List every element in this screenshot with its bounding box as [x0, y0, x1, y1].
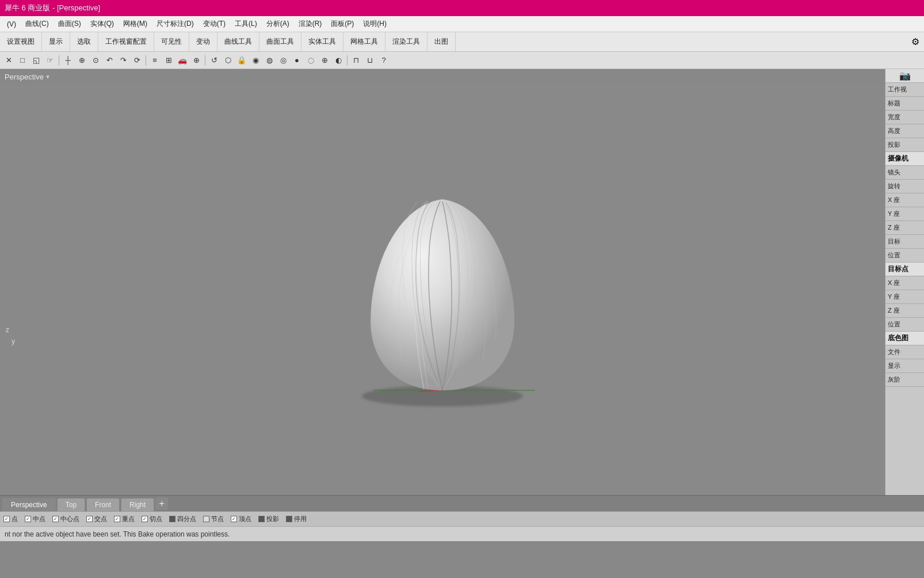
snap-center-checkbox[interactable]: [52, 516, 59, 522]
ribbon-tab-setview[interactable]: 设置视图: [0, 32, 42, 51]
right-panel-label-tx: X 座: [885, 276, 924, 290]
snap-vertex-item[interactable]: 顶点: [231, 515, 251, 523]
dot-icon[interactable]: ●: [291, 54, 303, 67]
snap-intersect-checkbox[interactable]: [86, 516, 93, 522]
ribbon-tab-transform[interactable]: 变动: [189, 32, 217, 51]
ribbon-tab-output[interactable]: 出图: [427, 32, 456, 51]
snap-midpoint-item[interactable]: 中点: [25, 515, 45, 523]
ribbon-tab-select[interactable]: 选取: [70, 32, 98, 51]
refresh-icon[interactable]: ⟳: [131, 54, 143, 67]
snap-center-item[interactable]: 中心点: [52, 515, 79, 523]
right-panel-section-bgimage: 底色图: [885, 332, 924, 345]
zoom-in-icon[interactable]: ⊕: [75, 54, 88, 67]
plus2-icon[interactable]: ⊕: [318, 54, 331, 67]
snap-intersect-item[interactable]: 交点: [86, 515, 107, 523]
half-icon[interactable]: ◐: [332, 54, 345, 67]
snap-quadrant-checkbox[interactable]: [114, 516, 120, 522]
snap-project-checkbox[interactable]: [258, 516, 265, 522]
menu-panel[interactable]: 面板(P): [326, 18, 358, 30]
tab-top[interactable]: Top: [57, 498, 85, 511]
snap-point-item[interactable]: 点: [3, 515, 18, 523]
snap-disable-checkbox[interactable]: [286, 516, 292, 522]
snap-knot-checkbox[interactable]: [203, 516, 209, 522]
menu-curve[interactable]: 曲线(C): [21, 18, 54, 30]
open-icon[interactable]: ◱: [30, 54, 43, 67]
new-icon[interactable]: □: [16, 54, 29, 67]
ribbon-tab-solidtools[interactable]: 实体工具: [301, 32, 343, 51]
circle2-icon[interactable]: ◍: [263, 54, 276, 67]
add-icon[interactable]: ┼: [62, 54, 74, 67]
vase-object: [327, 166, 558, 413]
viewport-3d[interactable]: z y: [0, 84, 885, 495]
right-panel-label-show: 显示: [885, 359, 924, 373]
snap-point-checkbox[interactable]: [3, 516, 10, 522]
plus-circle-icon[interactable]: ⊕: [190, 54, 203, 67]
menu-help[interactable]: 说明(H): [358, 18, 391, 30]
right-panel-label-y1: Y 座: [885, 207, 924, 221]
snap-vertex-checkbox[interactable]: [231, 516, 237, 522]
statusbar: nt nor the active object have been set. …: [0, 526, 924, 541]
ribbon-tab-visibility[interactable]: 可见性: [154, 32, 189, 51]
ribbon: 设置视图 显示 选取 工作视窗配置 可见性 变动 曲线工具 曲面工具 实体工具 …: [0, 32, 924, 52]
menu-mesh[interactable]: 网格(M): [119, 18, 152, 30]
pointer-icon[interactable]: ☞: [44, 54, 56, 67]
hex-icon[interactable]: ⬡: [222, 54, 234, 67]
menu-analyze[interactable]: 分析(A): [262, 18, 294, 30]
camera-icon[interactable]: 📷: [885, 69, 924, 83]
menu-dim[interactable]: 尺寸标注(D): [152, 18, 198, 30]
viewport-name[interactable]: Perspective: [5, 73, 44, 81]
y-axis-label: y: [12, 337, 15, 345]
snap-disable-item[interactable]: 停用: [286, 515, 307, 523]
menu-surface[interactable]: 曲面(S): [54, 18, 86, 30]
separator1: [59, 55, 59, 66]
sqbracket2-icon[interactable]: ⊔: [364, 54, 376, 67]
rotate-left-icon[interactable]: ↶: [103, 54, 116, 67]
ribbon-tab-curvetools[interactable]: 曲线工具: [217, 32, 259, 51]
rotate-right-icon[interactable]: ↷: [117, 54, 129, 67]
snap-tangent-item[interactable]: 切点: [142, 515, 162, 523]
car-icon[interactable]: 🚗: [176, 54, 189, 67]
ribbon-tab-viewport[interactable]: 工作视窗配置: [98, 32, 154, 51]
snap-knot-item[interactable]: 节点: [203, 515, 224, 523]
right-panel-section-targetpoint: 目标点: [885, 263, 924, 276]
menu-transform[interactable]: 变动(T): [198, 18, 230, 30]
zoom-circle-icon[interactable]: ⊙: [89, 54, 102, 67]
sqbracket-icon[interactable]: ⊓: [350, 54, 362, 67]
settings-icon[interactable]: ⚙: [907, 34, 924, 50]
tab-front[interactable]: Front: [86, 498, 120, 511]
snap-tangent-checkbox[interactable]: [142, 516, 148, 522]
menu-solid[interactable]: 实体(Q): [86, 18, 119, 30]
ribbon-tab-display[interactable]: 显示: [42, 32, 70, 51]
snap-midpoint-checkbox[interactable]: [25, 516, 31, 522]
tab-right[interactable]: Right: [121, 498, 154, 511]
grid2-icon[interactable]: ⊞: [162, 54, 175, 67]
close-icon[interactable]: ✕: [2, 54, 15, 67]
grid-icon[interactable]: ≡: [148, 54, 161, 67]
add-viewport-button[interactable]: +: [155, 497, 168, 510]
separator3: [205, 55, 205, 66]
snap-quadrant-item[interactable]: 重点: [114, 515, 135, 523]
ribbon-tab-surfacetools[interactable]: 曲面工具: [259, 32, 301, 51]
tab-perspective[interactable]: Perspective: [2, 498, 56, 511]
snap-tangent-label: 切点: [150, 515, 162, 523]
snap-quad-item[interactable]: 四分点: [169, 515, 196, 523]
circle-icon[interactable]: ◉: [249, 54, 262, 67]
viewport-dropdown-arrow[interactable]: ▼: [45, 74, 51, 80]
ribbon-tab-rendertools[interactable]: 渲染工具: [385, 32, 427, 51]
snap-quad-checkbox[interactable]: [169, 516, 175, 522]
ribbon-tab-meshtools[interactable]: 网格工具: [343, 32, 385, 51]
help-icon[interactable]: ?: [377, 54, 390, 67]
right-panel: 📷 工作视 标题 宽度 高度 投影 摄像机 镜头 旋转 X 座 Y 座 Z 座 …: [885, 69, 924, 495]
menu-render[interactable]: 渲染(R): [294, 18, 327, 30]
ring-icon[interactable]: ◌: [304, 54, 317, 67]
loop-icon[interactable]: ↺: [208, 54, 220, 67]
circle3-icon[interactable]: ◎: [277, 54, 289, 67]
menu-tools[interactable]: 工具(L): [230, 18, 262, 30]
snap-knot-label: 节点: [211, 515, 224, 523]
snap-project-item[interactable]: 投影: [258, 515, 279, 523]
right-panel-section-camera: 摄像机: [885, 152, 924, 166]
snap-center-label: 中心点: [60, 515, 79, 523]
right-panel-label-width: 宽度: [885, 111, 924, 124]
lock-icon[interactable]: 🔒: [235, 54, 248, 67]
menu-v[interactable]: (V): [2, 19, 21, 29]
